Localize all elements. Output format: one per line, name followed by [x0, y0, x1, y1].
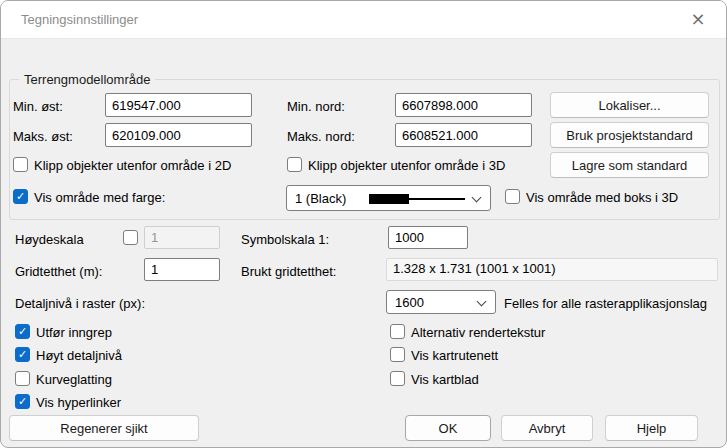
- show-area-box-3d-label[interactable]: Vis område med boks i 3D: [526, 190, 678, 205]
- group-title: Terrengmodellområde: [19, 72, 155, 87]
- max-east-input[interactable]: [105, 123, 252, 147]
- area-color-select[interactable]: 1 (Black): [286, 185, 491, 211]
- show-hyperlinks-label[interactable]: Vis hyperlinker: [36, 395, 121, 410]
- chevron-down-icon: [477, 297, 487, 307]
- show-map-grid-checkbox[interactable]: [390, 347, 405, 362]
- show-area-color-label[interactable]: Vis område med farge:: [34, 190, 165, 205]
- used-grid-density-label: Brukt gridtetthet:: [241, 264, 336, 280]
- show-hyperlinks-checkbox[interactable]: ✓: [15, 394, 30, 409]
- regenerate-layer-button[interactable]: Regenerer sjikt: [9, 415, 199, 441]
- show-area-color-checkbox[interactable]: ✓: [13, 189, 28, 204]
- window-title: Tegningsinnstillinger: [21, 12, 138, 27]
- check-icon: [14, 158, 27, 171]
- perform-intervention-label[interactable]: Utfør inngrep: [36, 325, 112, 340]
- symbol-scale-label: Symbolskala 1:: [241, 232, 329, 248]
- drawing-settings-dialog: Tegningsinnstillinger × Terrengmodellomr…: [0, 0, 727, 448]
- save-as-standard-button[interactable]: Lagre som standard: [550, 152, 709, 178]
- height-scale-input: [144, 226, 220, 249]
- show-map-sheet-label[interactable]: Vis kartblad: [411, 372, 479, 387]
- help-button[interactable]: Hjelp: [605, 415, 698, 441]
- check-icon: [391, 325, 404, 338]
- use-project-standard-button[interactable]: Bruk prosjektstandard: [550, 122, 709, 148]
- symbol-scale-input[interactable]: [388, 226, 468, 249]
- show-map-grid-label[interactable]: Vis kartrutenett: [411, 348, 498, 363]
- close-button[interactable]: ×: [676, 3, 720, 35]
- min-north-label: Min. nord:: [287, 99, 345, 115]
- check-icon: [391, 372, 404, 385]
- alt-render-texture-checkbox[interactable]: [390, 324, 405, 339]
- grid-density-input[interactable]: [144, 258, 220, 281]
- check-icon: [288, 158, 301, 171]
- check-icon: [391, 348, 404, 361]
- show-map-sheet-checkbox[interactable]: [390, 371, 405, 386]
- close-icon: ×: [690, 10, 705, 28]
- clip-outside-2d-checkbox[interactable]: [13, 157, 28, 172]
- min-east-label: Min. øst:: [13, 99, 63, 115]
- ok-button[interactable]: OK: [405, 415, 491, 441]
- raster-detail-select[interactable]: 1600: [386, 290, 496, 314]
- curve-smoothing-checkbox[interactable]: [15, 371, 30, 386]
- check-icon: ✓: [16, 348, 29, 361]
- clip-outside-2d-label[interactable]: Klipp objekter utenfor område i 2D: [34, 158, 231, 173]
- check-icon: ✓: [16, 325, 29, 338]
- height-scale-checkbox[interactable]: [123, 230, 138, 245]
- max-north-label: Maks. nord:: [287, 129, 355, 145]
- check-icon: ✓: [16, 395, 29, 408]
- min-east-input[interactable]: [105, 93, 252, 117]
- color-line-sample: [409, 198, 465, 200]
- check-icon: ✓: [14, 190, 27, 203]
- cancel-button[interactable]: Avbryt: [501, 415, 593, 441]
- localize-button[interactable]: Lokaliser...: [550, 92, 709, 118]
- used-grid-density-value: 1.328 x 1.731 (1001 x 1001): [386, 258, 718, 281]
- max-north-input[interactable]: [395, 123, 532, 147]
- titlebar[interactable]: Tegningsinnstillinger ×: [1, 1, 726, 39]
- alt-render-texture-label[interactable]: Alternativ rendertekstur: [411, 325, 545, 340]
- check-icon: [16, 372, 29, 385]
- color-swatch: [369, 194, 409, 204]
- height-scale-label: Høydeskala: [15, 232, 84, 248]
- perform-intervention-checkbox[interactable]: ✓: [15, 324, 30, 339]
- raster-detail-value: 1600: [395, 295, 424, 310]
- check-icon: [124, 231, 137, 244]
- min-north-input[interactable]: [395, 93, 532, 117]
- chevron-down-icon: [472, 193, 482, 203]
- show-area-box-3d-checkbox[interactable]: [505, 189, 520, 204]
- high-detail-label[interactable]: Høyt detaljnivå: [36, 348, 122, 363]
- area-color-value: 1 (Black): [295, 191, 346, 206]
- grid-density-label: Gridtetthet (m):: [15, 264, 102, 280]
- raster-detail-label: Detaljnivå i raster (px):: [15, 296, 145, 312]
- clip-outside-3d-checkbox[interactable]: [287, 157, 302, 172]
- raster-detail-note: Felles for alle rasterapplikasjonslag: [504, 296, 707, 311]
- clip-outside-3d-label[interactable]: Klipp objekter utenfor område i 3D: [308, 158, 505, 173]
- curve-smoothing-label[interactable]: Kurveglatting: [36, 372, 112, 387]
- max-east-label: Maks. øst:: [13, 129, 73, 145]
- check-icon: [506, 190, 519, 203]
- high-detail-checkbox[interactable]: ✓: [15, 347, 30, 362]
